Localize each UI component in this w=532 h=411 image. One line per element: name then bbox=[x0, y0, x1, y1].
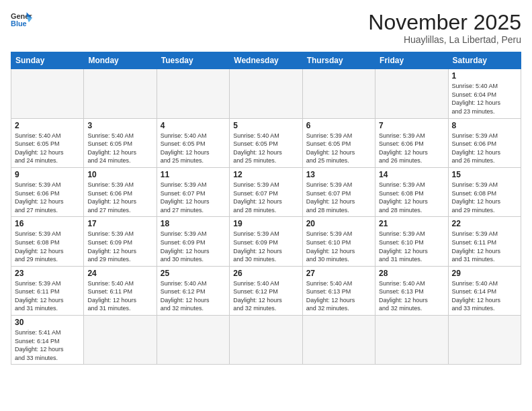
table-row bbox=[448, 316, 521, 365]
table-row: 3Sunrise: 5:40 AM Sunset: 6:05 PM Daylig… bbox=[84, 118, 157, 167]
day-info: Sunrise: 5:39 AM Sunset: 6:09 PM Dayligh… bbox=[161, 230, 226, 263]
table-row: 22Sunrise: 5:39 AM Sunset: 6:11 PM Dayli… bbox=[448, 217, 521, 266]
day-number: 3 bbox=[87, 121, 152, 130]
day-info: Sunrise: 5:39 AM Sunset: 6:09 PM Dayligh… bbox=[233, 230, 298, 263]
day-info: Sunrise: 5:39 AM Sunset: 6:06 PM Dayligh… bbox=[452, 132, 517, 165]
table-row bbox=[84, 316, 157, 365]
day-info: Sunrise: 5:39 AM Sunset: 6:08 PM Dayligh… bbox=[15, 230, 80, 263]
day-info: Sunrise: 5:39 AM Sunset: 6:10 PM Dayligh… bbox=[306, 230, 371, 263]
calendar: Sunday Monday Tuesday Wednesday Thursday… bbox=[11, 52, 521, 365]
title-block: November 2025 Huaylillas, La Libertad, P… bbox=[368, 11, 521, 45]
table-row bbox=[375, 316, 448, 365]
table-row: 21Sunrise: 5:39 AM Sunset: 6:10 PM Dayli… bbox=[375, 217, 448, 266]
table-row: 27Sunrise: 5:40 AM Sunset: 6:13 PM Dayli… bbox=[302, 266, 375, 315]
table-row bbox=[84, 69, 157, 118]
table-row: 6Sunrise: 5:39 AM Sunset: 6:05 PM Daylig… bbox=[302, 118, 375, 167]
table-row: 11Sunrise: 5:39 AM Sunset: 6:07 PM Dayli… bbox=[157, 167, 229, 216]
day-info: Sunrise: 5:40 AM Sunset: 6:05 PM Dayligh… bbox=[87, 132, 152, 165]
day-info: Sunrise: 5:40 AM Sunset: 6:12 PM Dayligh… bbox=[233, 279, 298, 313]
table-row: 17Sunrise: 5:39 AM Sunset: 6:09 PM Dayli… bbox=[84, 217, 157, 266]
table-row: 29Sunrise: 5:40 AM Sunset: 6:14 PM Dayli… bbox=[448, 266, 521, 315]
day-info: Sunrise: 5:39 AM Sunset: 6:05 PM Dayligh… bbox=[306, 132, 371, 165]
table-row bbox=[11, 69, 84, 118]
col-tuesday: Tuesday bbox=[157, 52, 229, 69]
logo-icon: General Blue bbox=[11, 11, 32, 30]
day-number: 22 bbox=[452, 219, 517, 228]
day-number: 11 bbox=[161, 170, 226, 179]
day-number: 2 bbox=[15, 121, 80, 130]
table-row bbox=[302, 316, 375, 365]
table-row bbox=[230, 316, 302, 365]
day-number: 10 bbox=[87, 170, 152, 179]
table-row: 7Sunrise: 5:39 AM Sunset: 6:06 PM Daylig… bbox=[375, 118, 448, 167]
month-title: November 2025 bbox=[368, 11, 521, 34]
calendar-header-row: Sunday Monday Tuesday Wednesday Thursday… bbox=[11, 52, 521, 69]
page: General Blue November 2025 Huaylillas, L… bbox=[0, 0, 532, 411]
day-info: Sunrise: 5:39 AM Sunset: 6:11 PM Dayligh… bbox=[15, 279, 80, 313]
table-row: 28Sunrise: 5:40 AM Sunset: 6:13 PM Dayli… bbox=[375, 266, 448, 315]
day-info: Sunrise: 5:40 AM Sunset: 6:12 PM Dayligh… bbox=[161, 279, 226, 313]
table-row: 4Sunrise: 5:40 AM Sunset: 6:05 PM Daylig… bbox=[157, 118, 229, 167]
table-row: 26Sunrise: 5:40 AM Sunset: 6:12 PM Dayli… bbox=[230, 266, 302, 315]
day-number: 26 bbox=[233, 269, 298, 278]
day-info: Sunrise: 5:40 AM Sunset: 6:14 PM Dayligh… bbox=[452, 279, 517, 313]
day-info: Sunrise: 5:39 AM Sunset: 6:06 PM Dayligh… bbox=[379, 132, 444, 165]
day-number: 25 bbox=[161, 269, 226, 278]
day-number: 19 bbox=[233, 219, 298, 228]
day-info: Sunrise: 5:40 AM Sunset: 6:11 PM Dayligh… bbox=[87, 279, 152, 313]
table-row: 16Sunrise: 5:39 AM Sunset: 6:08 PM Dayli… bbox=[11, 217, 84, 266]
day-number: 27 bbox=[306, 269, 371, 278]
day-number: 5 bbox=[233, 121, 298, 130]
table-row: 8Sunrise: 5:39 AM Sunset: 6:06 PM Daylig… bbox=[448, 118, 521, 167]
table-row bbox=[157, 316, 229, 365]
svg-text:Blue: Blue bbox=[11, 19, 27, 28]
day-number: 29 bbox=[452, 269, 517, 278]
table-row: 23Sunrise: 5:39 AM Sunset: 6:11 PM Dayli… bbox=[11, 266, 84, 315]
table-row bbox=[230, 69, 302, 118]
day-number: 9 bbox=[15, 170, 80, 179]
day-number: 13 bbox=[306, 170, 371, 179]
col-sunday: Sunday bbox=[11, 52, 84, 69]
day-info: Sunrise: 5:40 AM Sunset: 6:13 PM Dayligh… bbox=[306, 279, 371, 313]
location: Huaylillas, La Libertad, Peru bbox=[368, 34, 521, 45]
table-row: 18Sunrise: 5:39 AM Sunset: 6:09 PM Dayli… bbox=[157, 217, 229, 266]
table-row: 13Sunrise: 5:39 AM Sunset: 6:07 PM Dayli… bbox=[302, 167, 375, 216]
col-monday: Monday bbox=[84, 52, 157, 69]
day-number: 16 bbox=[15, 219, 80, 228]
day-number: 20 bbox=[306, 219, 371, 228]
table-row: 5Sunrise: 5:40 AM Sunset: 6:05 PM Daylig… bbox=[230, 118, 302, 167]
day-info: Sunrise: 5:39 AM Sunset: 6:09 PM Dayligh… bbox=[87, 230, 152, 263]
day-number: 8 bbox=[452, 121, 517, 130]
day-number: 15 bbox=[452, 170, 517, 179]
col-wednesday: Wednesday bbox=[230, 52, 302, 69]
day-number: 23 bbox=[15, 269, 80, 278]
day-number: 14 bbox=[379, 170, 444, 179]
table-row: 19Sunrise: 5:39 AM Sunset: 6:09 PM Dayli… bbox=[230, 217, 302, 266]
table-row: 14Sunrise: 5:39 AM Sunset: 6:08 PM Dayli… bbox=[375, 167, 448, 216]
day-info: Sunrise: 5:40 AM Sunset: 6:13 PM Dayligh… bbox=[379, 279, 444, 313]
day-number: 17 bbox=[87, 219, 152, 228]
day-info: Sunrise: 5:41 AM Sunset: 6:14 PM Dayligh… bbox=[15, 328, 80, 362]
day-number: 28 bbox=[379, 269, 444, 278]
table-row: 2Sunrise: 5:40 AM Sunset: 6:05 PM Daylig… bbox=[11, 118, 84, 167]
day-info: Sunrise: 5:40 AM Sunset: 6:05 PM Dayligh… bbox=[161, 132, 226, 165]
table-row: 24Sunrise: 5:40 AM Sunset: 6:11 PM Dayli… bbox=[84, 266, 157, 315]
day-number: 7 bbox=[379, 121, 444, 130]
table-row: 30Sunrise: 5:41 AM Sunset: 6:14 PM Dayli… bbox=[11, 316, 84, 365]
col-thursday: Thursday bbox=[302, 52, 375, 69]
day-number: 4 bbox=[161, 121, 226, 130]
day-number: 18 bbox=[161, 219, 226, 228]
day-info: Sunrise: 5:39 AM Sunset: 6:10 PM Dayligh… bbox=[379, 230, 444, 263]
day-number: 1 bbox=[452, 71, 517, 81]
day-info: Sunrise: 5:39 AM Sunset: 6:07 PM Dayligh… bbox=[306, 181, 371, 214]
day-info: Sunrise: 5:40 AM Sunset: 6:04 PM Dayligh… bbox=[452, 82, 517, 116]
table-row: 1Sunrise: 5:40 AM Sunset: 6:04 PM Daylig… bbox=[448, 69, 521, 118]
day-info: Sunrise: 5:39 AM Sunset: 6:07 PM Dayligh… bbox=[161, 181, 226, 214]
day-info: Sunrise: 5:40 AM Sunset: 6:05 PM Dayligh… bbox=[15, 132, 80, 165]
table-row: 9Sunrise: 5:39 AM Sunset: 6:06 PM Daylig… bbox=[11, 167, 84, 216]
day-number: 6 bbox=[306, 121, 371, 130]
table-row: 15Sunrise: 5:39 AM Sunset: 6:08 PM Dayli… bbox=[448, 167, 521, 216]
table-row bbox=[302, 69, 375, 118]
day-info: Sunrise: 5:40 AM Sunset: 6:05 PM Dayligh… bbox=[233, 132, 298, 165]
table-row: 12Sunrise: 5:39 AM Sunset: 6:07 PM Dayli… bbox=[230, 167, 302, 216]
